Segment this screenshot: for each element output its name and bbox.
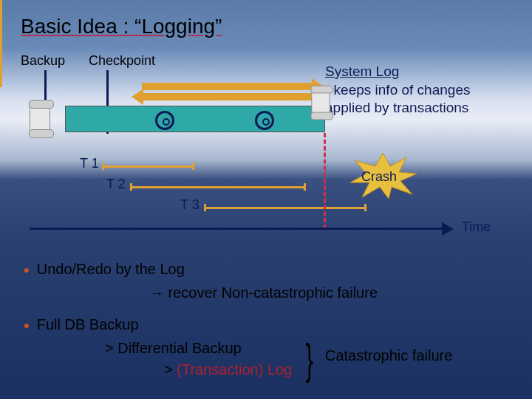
bullet-1-text: Undo/Redo by the Log	[37, 261, 185, 277]
arrow-icon: →	[149, 284, 164, 301]
gt-symbol: >	[164, 361, 177, 378]
brace-icon: }	[305, 335, 313, 383]
bullet-icon: •	[24, 261, 30, 279]
time-axis	[30, 228, 443, 230]
crash-line	[324, 133, 326, 229]
bullet-2-sub2: > (Transaction) Log	[164, 361, 292, 378]
connector-line	[0, 0, 2, 33]
connector-line	[0, 33, 2, 87]
checkpoint-label: Checkpoint	[89, 53, 155, 69]
transaction-t1-bar	[102, 166, 194, 168]
bullet-list: •Undo/Redo by the Log → recover Non-cata…	[24, 259, 378, 391]
list-item: •Undo/Redo by the Log → recover Non-cata…	[24, 259, 378, 304]
bullet-icon: •	[24, 316, 30, 335]
transaction-t2-bar	[130, 186, 306, 188]
scroll-icon	[311, 89, 330, 117]
bullet-2-text: Full DB Backup	[37, 316, 139, 332]
transaction-t3-label: T 3	[180, 197, 200, 213]
page-title: Basic Idea : “Logging”	[21, 15, 222, 38]
transaction-t3-bar	[204, 207, 366, 209]
backup-label: Backup	[21, 53, 65, 69]
system-log-note: System Log - keeps info of changes appli…	[325, 63, 470, 117]
disk-icon	[155, 111, 174, 130]
bullet-2-sub1: > Differential Backup	[105, 340, 242, 356]
bullet-1-sub-text: recover Non-catastrophic failure	[168, 284, 378, 301]
transaction-t1-label: T 1	[80, 156, 99, 171]
bullet-2-sub2-red: (Transaction) Log	[177, 361, 292, 378]
bullet-1-sub: → recover Non-catastrophic failure	[149, 284, 378, 301]
system-log-desc2: applied by transactions	[325, 100, 468, 115]
transaction-t2-label: T 2	[106, 177, 126, 192]
crash-callout: Crash	[347, 151, 418, 203]
catastrophic-label: Catastrophic failure	[325, 347, 452, 364]
arrow-left-icon	[142, 93, 313, 100]
arrow-right-icon	[142, 83, 313, 90]
scroll-icon	[30, 103, 50, 134]
crash-label: Crash	[361, 169, 397, 185]
disk-icon	[255, 111, 274, 130]
system-log-desc1: - keeps info of changes	[325, 82, 470, 98]
timeline-bar	[65, 106, 325, 132]
time-label: Time	[462, 219, 491, 235]
system-log-heading: System Log	[325, 64, 399, 79]
